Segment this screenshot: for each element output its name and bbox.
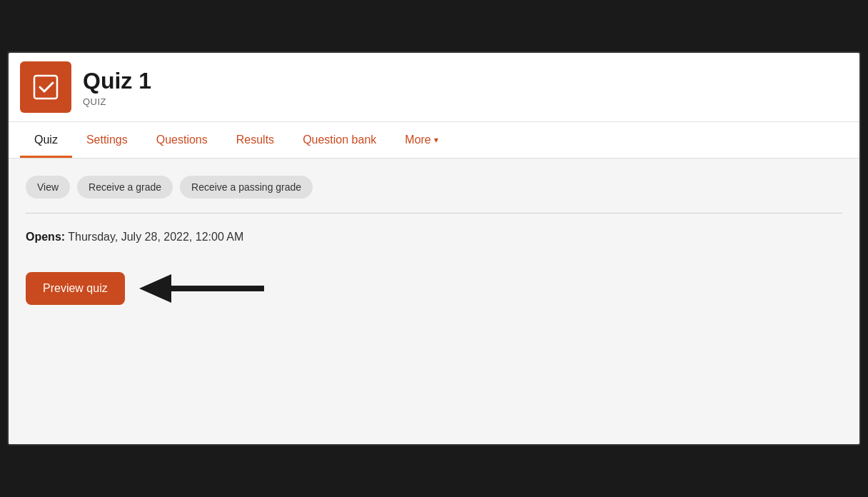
filter-row: View Receive a grade Receive a passing g… — [26, 176, 842, 199]
svg-marker-2 — [139, 274, 171, 303]
tab-question-bank[interactable]: Question bank — [288, 122, 390, 158]
filter-receive-grade-button[interactable]: Receive a grade — [77, 176, 173, 199]
tab-more[interactable]: More ▾ — [390, 122, 452, 158]
divider — [26, 213, 842, 214]
header-text: Quiz 1 QUIZ — [83, 67, 151, 106]
filter-view-button[interactable]: View — [26, 176, 70, 199]
opens-row: Opens: Thursday, July 28, 2022, 12:00 AM — [26, 225, 842, 249]
main-content: View Receive a grade Receive a passing g… — [9, 159, 859, 444]
page-subtitle: QUIZ — [83, 96, 151, 107]
arrow-icon — [139, 274, 282, 303]
opens-value: Thursday, July 28, 2022, 12:00 AM — [68, 231, 243, 243]
opens-label: Opens: — [26, 231, 65, 243]
svg-rect-1 — [171, 286, 264, 291]
filter-receive-passing-grade-button[interactable]: Receive a passing grade — [180, 176, 313, 199]
app-window: Quiz 1 QUIZ Quiz Settings Questions Resu… — [7, 51, 861, 446]
svg-rect-0 — [34, 76, 57, 99]
tab-settings[interactable]: Settings — [72, 122, 142, 158]
tab-questions[interactable]: Questions — [142, 122, 222, 158]
button-row: Preview quiz — [26, 272, 842, 305]
page-title: Quiz 1 — [83, 67, 151, 94]
page-header: Quiz 1 QUIZ — [9, 53, 859, 122]
quiz-icon — [20, 61, 71, 113]
tab-bar: Quiz Settings Questions Results Question… — [9, 122, 859, 159]
tab-quiz[interactable]: Quiz — [20, 122, 72, 158]
preview-quiz-button[interactable]: Preview quiz — [26, 272, 125, 305]
chevron-down-icon: ▾ — [434, 135, 438, 145]
tab-results[interactable]: Results — [222, 122, 288, 158]
arrow-indicator — [139, 274, 282, 303]
